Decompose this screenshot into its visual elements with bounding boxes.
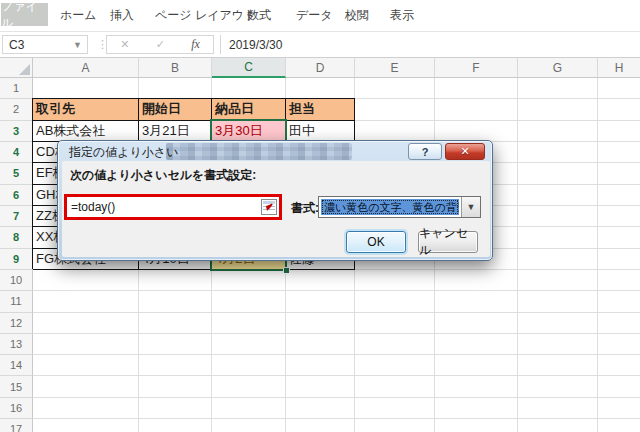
gridline-h [33, 312, 640, 313]
ribbon-tab-0[interactable]: ホーム [60, 0, 97, 31]
column-header-G[interactable]: G [518, 58, 598, 78]
gridline-v [597, 78, 598, 432]
condition-label: 次の値より小さいセルを書式設定: [70, 167, 256, 184]
ribbon-tab-6[interactable]: 表示 [390, 0, 414, 31]
insert-function-icon[interactable]: fx [191, 37, 200, 52]
column-header-D[interactable]: D [286, 58, 355, 78]
column-header-A[interactable]: A [33, 58, 139, 78]
cancel-button[interactable]: キャンセル [418, 231, 478, 253]
dialog-body: 次の値より小さいセルを書式設定: =today() 書式: 濃い黄色の文字、黄色… [62, 161, 490, 257]
ok-button[interactable]: OK [346, 231, 406, 253]
column-header-B[interactable]: B [139, 58, 212, 78]
select-all-button[interactable] [0, 58, 33, 78]
blurred-region [166, 143, 352, 160]
ribbon-tab-4[interactable]: データ [296, 0, 333, 31]
ribbon-tab-3[interactable]: 数式 [247, 0, 271, 31]
name-box[interactable]: C3 ▼ [2, 35, 88, 54]
row-header-2[interactable]: 2 [0, 99, 33, 120]
condition-value-input[interactable]: =today() [64, 194, 282, 220]
table-cell-C3[interactable]: 3月30日 [212, 121, 286, 142]
dialog-title: 指定の値より小さい [69, 144, 178, 161]
column-header-E[interactable]: E [355, 58, 435, 78]
row-header-7[interactable]: 7 [0, 206, 33, 227]
gridline-h [33, 397, 640, 398]
table-cell-A3[interactable]: AB株式会社 [33, 121, 139, 142]
formula-bar: C3 ▼ ⋮ ✕ ✓ fx 2019/3/30 [0, 32, 640, 58]
gridline-h [33, 354, 640, 355]
fill-handle[interactable] [283, 267, 290, 274]
ribbon-tab-bar: ファイル ホーム挿入ページ レイアウト数式データ校閲表示 [0, 0, 640, 32]
row-header-16[interactable]: 16 [0, 398, 33, 419]
ribbon-tab-2[interactable]: ページ レイアウト [155, 0, 256, 31]
name-box-dropdown-icon[interactable]: ▼ [73, 40, 82, 50]
table-header-cell[interactable]: 開始日 [139, 99, 212, 120]
less-than-dialog: 指定の値より小さい ? ✕ 次の値より小さいセルを書式設定: =today() … [57, 140, 493, 261]
collapse-dialog-icon[interactable] [261, 199, 277, 215]
tab-file[interactable]: ファイル [1, 3, 48, 26]
ribbon-tab-5[interactable]: 校閲 [345, 0, 369, 31]
cancel-entry-icon[interactable]: ✕ [120, 38, 129, 51]
format-label: 書式: [291, 200, 319, 217]
name-box-value: C3 [9, 38, 24, 52]
confirm-entry-icon[interactable]: ✓ [156, 38, 165, 51]
dialog-help-button[interactable]: ? [408, 143, 442, 160]
format-dropdown-value: 濃い黄色の文字、黄色の背景 [321, 199, 459, 215]
row-header-17[interactable]: 17 [0, 419, 33, 432]
select-all-triangle-icon [19, 64, 30, 75]
table-header-cell[interactable]: 納品日 [212, 99, 286, 120]
column-header-C[interactable]: C [212, 58, 286, 78]
column-header-F[interactable]: F [435, 58, 518, 78]
row-header-3[interactable]: 3 [0, 121, 33, 142]
row-header-15[interactable]: 15 [0, 376, 33, 397]
dialog-close-button[interactable]: ✕ [445, 143, 485, 160]
row-header-6[interactable]: 6 [0, 185, 33, 206]
gridline-h [33, 333, 640, 334]
condition-value-text: =today() [67, 200, 261, 214]
formula-buttons: ✕ ✓ fx [106, 35, 214, 54]
row-header-9[interactable]: 9 [0, 249, 33, 270]
table-cell-B3[interactable]: 3月21日 [139, 121, 212, 142]
row-header-8[interactable]: 8 [0, 227, 33, 248]
excel-window: ファイル ホーム挿入ページ レイアウト数式データ校閲表示 C3 ▼ ⋮ ✕ ✓ … [0, 0, 640, 432]
row-header-13[interactable]: 13 [0, 334, 33, 355]
table-header-cell[interactable]: 取引先 [33, 99, 139, 120]
chevron-down-icon[interactable]: ▼ [461, 197, 480, 217]
row-header-4[interactable]: 4 [0, 142, 33, 163]
row-header-14[interactable]: 14 [0, 355, 33, 376]
gridline-h [33, 418, 640, 419]
table-header-cell[interactable]: 担当 [286, 99, 355, 120]
gridline-h [33, 290, 640, 291]
gridline-h [33, 375, 640, 376]
format-dropdown[interactable]: 濃い黄色の文字、黄色の背景 ▼ [318, 196, 481, 218]
row-header-10[interactable]: 10 [0, 270, 33, 291]
row-header-5[interactable]: 5 [0, 163, 33, 184]
gridline-v [517, 78, 518, 432]
ribbon-tab-1[interactable]: 挿入 [110, 0, 134, 31]
column-header-H[interactable]: H [598, 58, 640, 78]
formula-bar-input[interactable]: 2019/3/30 [220, 35, 282, 54]
row-header-12[interactable]: 12 [0, 313, 33, 334]
row-header-1[interactable]: 1 [0, 78, 33, 99]
row-header-11[interactable]: 11 [0, 291, 33, 312]
table-cell-D3[interactable]: 田中 [286, 121, 355, 142]
